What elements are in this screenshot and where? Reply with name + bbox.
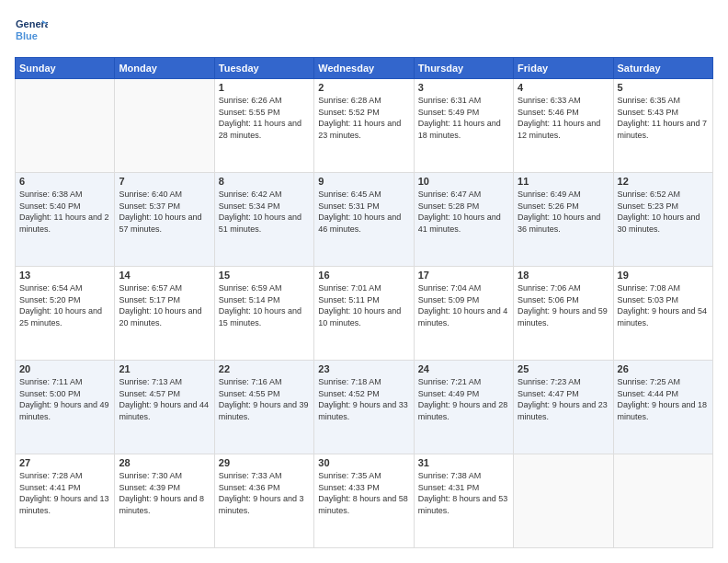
day-number: 18: [518, 270, 609, 281]
day-number: 4: [518, 82, 609, 93]
day-info: Sunrise: 6:31 AMSunset: 5:49 PMDaylight:…: [418, 95, 509, 141]
day-number: 7: [119, 176, 210, 187]
day-info: Sunrise: 7:33 AMSunset: 4:36 PMDaylight:…: [219, 470, 310, 516]
weekday-header-wednesday: Wednesday: [314, 58, 414, 79]
day-number: 12: [618, 176, 709, 187]
day-number: 5: [618, 82, 709, 93]
calendar-cell: [514, 454, 613, 548]
day-number: 3: [418, 82, 509, 93]
calendar-cell: 15Sunrise: 6:59 AMSunset: 5:14 PMDayligh…: [214, 267, 313, 361]
week-row-5: 27Sunrise: 7:28 AMSunset: 4:41 PMDayligh…: [16, 454, 713, 548]
day-number: 1: [219, 82, 310, 93]
day-info: Sunrise: 6:57 AMSunset: 5:17 PMDaylight:…: [119, 282, 210, 328]
calendar-cell: 8Sunrise: 6:42 AMSunset: 5:34 PMDaylight…: [214, 173, 313, 267]
day-info: Sunrise: 6:35 AMSunset: 5:43 PMDaylight:…: [618, 95, 709, 141]
day-number: 24: [418, 363, 509, 374]
calendar-cell: 26Sunrise: 7:25 AMSunset: 4:44 PMDayligh…: [613, 361, 712, 454]
day-info: Sunrise: 7:18 AMSunset: 4:52 PMDaylight:…: [318, 376, 409, 422]
day-info: Sunrise: 6:40 AMSunset: 5:37 PMDaylight:…: [119, 189, 210, 235]
day-number: 17: [418, 270, 509, 281]
day-info: Sunrise: 7:06 AMSunset: 5:06 PMDaylight:…: [518, 282, 609, 328]
day-info: Sunrise: 7:11 AMSunset: 5:00 PMDaylight:…: [19, 376, 110, 422]
day-number: 19: [618, 270, 709, 281]
header: General Blue: [15, 15, 713, 48]
day-number: 11: [518, 176, 609, 187]
week-row-2: 6Sunrise: 6:38 AMSunset: 5:40 PMDaylight…: [16, 173, 713, 267]
calendar-cell: 12Sunrise: 6:52 AMSunset: 5:23 PMDayligh…: [613, 173, 712, 267]
day-number: 22: [219, 363, 310, 374]
day-info: Sunrise: 7:28 AMSunset: 4:41 PMDaylight:…: [19, 470, 110, 516]
weekday-header-sunday: Sunday: [16, 58, 115, 79]
day-number: 27: [19, 457, 110, 468]
calendar-table: SundayMondayTuesdayWednesdayThursdayFrid…: [15, 57, 713, 548]
calendar-cell: 30Sunrise: 7:35 AMSunset: 4:33 PMDayligh…: [314, 454, 414, 548]
weekday-header-friday: Friday: [514, 58, 613, 79]
day-info: Sunrise: 7:16 AMSunset: 4:55 PMDaylight:…: [219, 376, 310, 422]
calendar-cell: 17Sunrise: 7:04 AMSunset: 5:09 PMDayligh…: [414, 267, 513, 361]
week-row-3: 13Sunrise: 6:54 AMSunset: 5:20 PMDayligh…: [16, 267, 713, 361]
day-info: Sunrise: 6:42 AMSunset: 5:34 PMDaylight:…: [219, 189, 310, 235]
weekday-header-thursday: Thursday: [414, 58, 513, 79]
day-number: 6: [19, 176, 110, 187]
day-info: Sunrise: 7:13 AMSunset: 4:57 PMDaylight:…: [119, 376, 210, 422]
calendar-cell: 5Sunrise: 6:35 AMSunset: 5:43 PMDaylight…: [613, 79, 712, 173]
calendar-cell: [115, 79, 214, 173]
day-info: Sunrise: 6:54 AMSunset: 5:20 PMDaylight:…: [19, 282, 110, 328]
day-info: Sunrise: 7:23 AMSunset: 4:47 PMDaylight:…: [518, 376, 609, 422]
weekday-header-saturday: Saturday: [613, 58, 712, 79]
day-info: Sunrise: 7:30 AMSunset: 4:39 PMDaylight:…: [119, 470, 210, 516]
day-number: 8: [219, 176, 310, 187]
day-info: Sunrise: 6:49 AMSunset: 5:26 PMDaylight:…: [518, 189, 609, 235]
day-number: 25: [518, 363, 609, 374]
day-info: Sunrise: 7:21 AMSunset: 4:49 PMDaylight:…: [418, 376, 509, 422]
day-info: Sunrise: 6:28 AMSunset: 5:52 PMDaylight:…: [318, 95, 409, 141]
calendar-cell: 1Sunrise: 6:26 AMSunset: 5:55 PMDaylight…: [214, 79, 313, 173]
day-info: Sunrise: 6:33 AMSunset: 5:46 PMDaylight:…: [518, 95, 609, 141]
calendar-cell: [613, 454, 712, 548]
calendar-cell: 4Sunrise: 6:33 AMSunset: 5:46 PMDaylight…: [514, 79, 613, 173]
day-info: Sunrise: 6:59 AMSunset: 5:14 PMDaylight:…: [219, 282, 310, 328]
day-info: Sunrise: 7:08 AMSunset: 5:03 PMDaylight:…: [618, 282, 709, 328]
calendar-cell: 3Sunrise: 6:31 AMSunset: 5:49 PMDaylight…: [414, 79, 513, 173]
svg-text:Blue: Blue: [16, 30, 38, 41]
day-number: 14: [119, 270, 210, 281]
day-number: 20: [19, 363, 110, 374]
calendar-cell: 10Sunrise: 6:47 AMSunset: 5:28 PMDayligh…: [414, 173, 513, 267]
day-info: Sunrise: 6:52 AMSunset: 5:23 PMDaylight:…: [618, 189, 709, 235]
calendar-cell: 18Sunrise: 7:06 AMSunset: 5:06 PMDayligh…: [514, 267, 613, 361]
day-number: 13: [19, 270, 110, 281]
logo-icon: General Blue: [15, 15, 48, 48]
day-info: Sunrise: 6:38 AMSunset: 5:40 PMDaylight:…: [19, 189, 110, 235]
day-info: Sunrise: 7:35 AMSunset: 4:33 PMDaylight:…: [318, 470, 409, 516]
logo: General Blue: [15, 15, 48, 48]
day-number: 16: [318, 270, 409, 281]
day-number: 26: [618, 363, 709, 374]
calendar-cell: 6Sunrise: 6:38 AMSunset: 5:40 PMDaylight…: [16, 173, 115, 267]
calendar-cell: 7Sunrise: 6:40 AMSunset: 5:37 PMDaylight…: [115, 173, 214, 267]
week-row-1: 1Sunrise: 6:26 AMSunset: 5:55 PMDaylight…: [16, 79, 713, 173]
calendar-cell: 29Sunrise: 7:33 AMSunset: 4:36 PMDayligh…: [214, 454, 313, 548]
day-number: 10: [418, 176, 509, 187]
day-info: Sunrise: 6:26 AMSunset: 5:55 PMDaylight:…: [219, 95, 310, 141]
calendar-cell: 23Sunrise: 7:18 AMSunset: 4:52 PMDayligh…: [314, 361, 414, 454]
svg-text:General: General: [16, 18, 48, 29]
day-number: 2: [318, 82, 409, 93]
calendar-cell: 16Sunrise: 7:01 AMSunset: 5:11 PMDayligh…: [314, 267, 414, 361]
weekday-header-monday: Monday: [115, 58, 214, 79]
day-number: 30: [318, 457, 409, 468]
day-info: Sunrise: 7:25 AMSunset: 4:44 PMDaylight:…: [618, 376, 709, 422]
calendar-cell: 14Sunrise: 6:57 AMSunset: 5:17 PMDayligh…: [115, 267, 214, 361]
calendar-cell: 27Sunrise: 7:28 AMSunset: 4:41 PMDayligh…: [16, 454, 115, 548]
day-number: 31: [418, 457, 509, 468]
day-info: Sunrise: 6:45 AMSunset: 5:31 PMDaylight:…: [318, 189, 409, 235]
calendar-cell: 2Sunrise: 6:28 AMSunset: 5:52 PMDaylight…: [314, 79, 414, 173]
calendar-cell: 28Sunrise: 7:30 AMSunset: 4:39 PMDayligh…: [115, 454, 214, 548]
calendar-cell: 11Sunrise: 6:49 AMSunset: 5:26 PMDayligh…: [514, 173, 613, 267]
calendar-cell: 31Sunrise: 7:38 AMSunset: 4:31 PMDayligh…: [414, 454, 513, 548]
day-info: Sunrise: 6:47 AMSunset: 5:28 PMDaylight:…: [418, 189, 509, 235]
day-number: 21: [119, 363, 210, 374]
calendar-cell: 19Sunrise: 7:08 AMSunset: 5:03 PMDayligh…: [613, 267, 712, 361]
calendar-cell: 20Sunrise: 7:11 AMSunset: 5:00 PMDayligh…: [16, 361, 115, 454]
calendar-cell: [16, 79, 115, 173]
weekday-header-tuesday: Tuesday: [214, 58, 313, 79]
